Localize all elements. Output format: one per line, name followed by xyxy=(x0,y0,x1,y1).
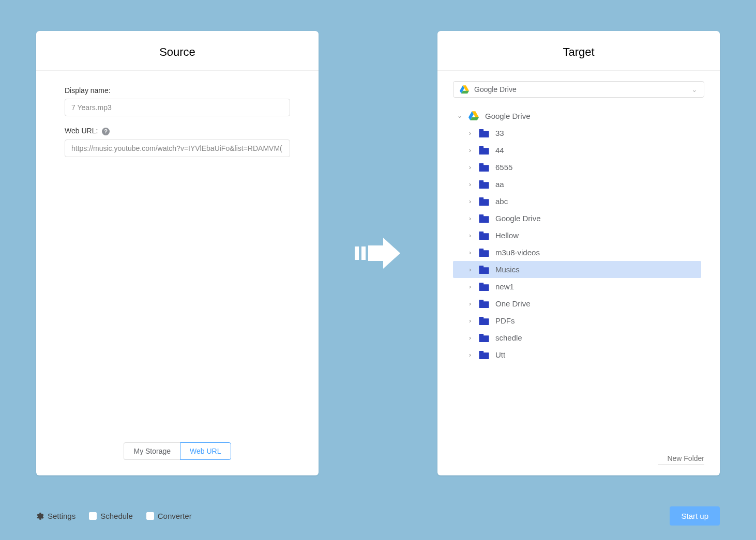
tree-folder[interactable]: ›Utt xyxy=(453,346,701,363)
tree-folder[interactable]: ›Google Drive xyxy=(453,210,701,227)
tree-folder-label: 6555 xyxy=(495,163,512,172)
tree-folder-label: m3u8-videos xyxy=(495,248,540,257)
web-url-label: Web URL: ? xyxy=(65,127,290,135)
converter-toggle[interactable]: Converter xyxy=(146,512,192,520)
tree-folder[interactable]: ›aa xyxy=(453,176,701,193)
schedule-checkbox[interactable] xyxy=(89,512,97,520)
settings-button[interactable]: Settings xyxy=(36,512,75,520)
tree-folder[interactable]: ›PDFs xyxy=(453,312,701,329)
start-up-button[interactable]: Start up xyxy=(670,506,720,526)
chevron-right-icon: › xyxy=(466,181,474,188)
svg-rect-2 xyxy=(355,246,359,260)
tab-web-url[interactable]: Web URL xyxy=(180,442,231,460)
tree-folder-label: aa xyxy=(495,180,504,189)
chevron-right-icon: › xyxy=(466,164,474,171)
folder-icon xyxy=(479,317,489,325)
folder-icon xyxy=(479,266,489,274)
tree-folder-label: One Drive xyxy=(495,299,531,308)
folder-tree[interactable]: ⌄ Google Drive ›33›44›6555›aa›abc›Google… xyxy=(453,107,704,445)
tree-folder-label: schedle xyxy=(495,333,522,342)
google-drive-icon xyxy=(460,85,469,94)
chevron-right-icon: › xyxy=(466,300,474,307)
tree-folder-label: Hellow xyxy=(495,231,519,240)
google-drive-icon xyxy=(468,111,479,120)
source-panel: Source Display name: Web URL: ? My Stora… xyxy=(36,31,319,475)
tree-folder-label: Google Drive xyxy=(495,214,541,223)
tree-folder[interactable]: ›schedle xyxy=(453,329,701,346)
folder-icon xyxy=(479,163,489,172)
tree-folder-label: Utt xyxy=(495,350,505,359)
tree-root-label: Google Drive xyxy=(485,112,531,120)
tree-folder[interactable]: ›One Drive xyxy=(453,295,701,312)
folder-icon xyxy=(479,300,489,308)
transfer-arrow-icon xyxy=(355,235,401,271)
tree-folder-label: 44 xyxy=(495,146,504,155)
chevron-right-icon: › xyxy=(466,266,474,273)
drive-select[interactable]: Google Drive ⌄ xyxy=(453,81,704,98)
folder-icon xyxy=(479,249,489,257)
chevron-right-icon: › xyxy=(466,283,474,290)
target-panel: Target Google Drive ⌄ ⌄ Google Drive ›33… xyxy=(437,31,720,475)
tab-my-storage[interactable]: My Storage xyxy=(124,442,180,460)
tree-folder[interactable]: ›33 xyxy=(453,125,701,142)
chevron-down-icon: ⌄ xyxy=(456,112,463,119)
new-folder-input[interactable] xyxy=(658,452,704,465)
schedule-toggle[interactable]: Schedule xyxy=(89,512,133,520)
target-title: Target xyxy=(437,31,720,71)
tree-folder[interactable]: ›new1 xyxy=(453,278,701,295)
tree-folder[interactable]: ›6555 xyxy=(453,159,701,176)
tree-folder[interactable]: ›Musics xyxy=(453,261,701,278)
folder-icon xyxy=(479,180,489,189)
tree-folder[interactable]: ›44 xyxy=(453,142,701,159)
svg-rect-3 xyxy=(361,246,366,260)
chevron-right-icon: › xyxy=(466,147,474,154)
tree-folder-label: Musics xyxy=(495,265,520,274)
folder-icon xyxy=(479,129,489,137)
source-title: Source xyxy=(36,31,319,71)
bottom-bar: Settings Schedule Converter Start up xyxy=(36,506,720,526)
chevron-right-icon: › xyxy=(466,232,474,239)
drive-select-label: Google Drive xyxy=(474,85,517,94)
web-url-input[interactable] xyxy=(65,140,290,157)
chevron-right-icon: › xyxy=(466,198,474,205)
chevron-right-icon: › xyxy=(466,130,474,137)
folder-icon xyxy=(479,283,489,291)
source-tabs: My Storage Web URL xyxy=(65,442,290,465)
chevron-down-icon: ⌄ xyxy=(691,85,698,94)
tree-folder-label: abc xyxy=(495,197,508,206)
chevron-right-icon: › xyxy=(466,215,474,222)
tree-folder[interactable]: ›abc xyxy=(453,193,701,210)
folder-icon xyxy=(479,232,489,240)
gear-icon xyxy=(36,512,44,520)
help-icon[interactable]: ? xyxy=(102,128,110,135)
tree-root[interactable]: ⌄ Google Drive xyxy=(453,107,701,125)
chevron-right-icon: › xyxy=(466,317,474,325)
folder-icon xyxy=(479,146,489,155)
tree-folder-label: 33 xyxy=(495,129,504,137)
chevron-right-icon: › xyxy=(466,249,474,256)
converter-checkbox[interactable] xyxy=(146,512,154,520)
chevron-right-icon: › xyxy=(466,351,474,359)
chevron-right-icon: › xyxy=(466,334,474,342)
folder-icon xyxy=(479,197,489,206)
display-name-label: Display name: xyxy=(65,86,290,95)
folder-icon xyxy=(479,334,489,342)
display-name-input[interactable] xyxy=(65,99,290,116)
tree-folder-label: PDFs xyxy=(495,316,515,325)
tree-folder[interactable]: ›Hellow xyxy=(453,227,701,244)
folder-icon xyxy=(479,214,489,223)
tree-folder-label: new1 xyxy=(495,282,514,291)
tree-folder[interactable]: ›m3u8-videos xyxy=(453,244,701,261)
folder-icon xyxy=(479,351,489,359)
